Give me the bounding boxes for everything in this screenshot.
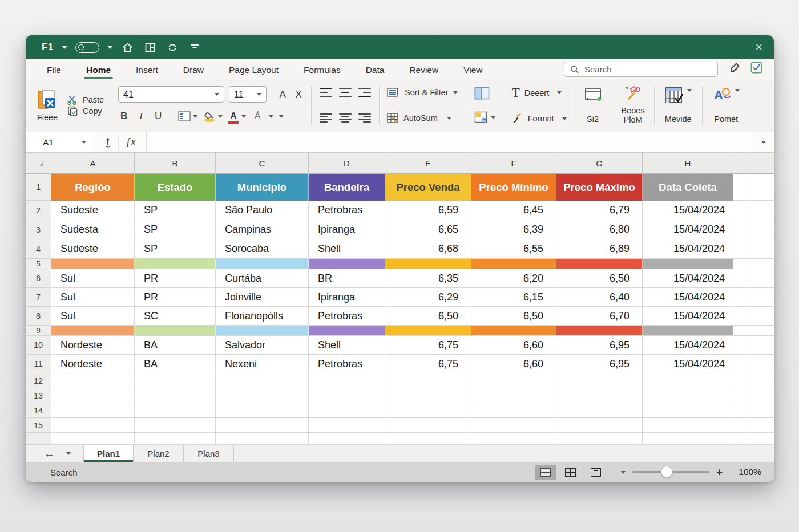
column-header-b[interactable]: B — [135, 153, 216, 174]
separator-cell[interactable] — [216, 259, 309, 269]
empty-cell[interactable] — [733, 373, 748, 388]
data-cell[interactable]: São Paulo — [216, 201, 309, 220]
empty-cell[interactable] — [748, 201, 774, 220]
data-cell[interactable]: 6,15 — [471, 288, 556, 307]
row-number[interactable]: 4 — [26, 239, 51, 259]
data-cell[interactable]: 6,75 — [385, 336, 471, 355]
zoom-out-chevron-icon[interactable] — [621, 471, 626, 474]
underline-button[interactable]: U — [152, 111, 164, 122]
header-cell[interactable]: Preco Venda — [385, 174, 471, 201]
analyze-button[interactable]: A Pomet — [709, 84, 743, 126]
empty-cell[interactable] — [643, 388, 733, 403]
row-number[interactable] — [26, 433, 51, 445]
empty-cell[interactable] — [556, 388, 643, 403]
separator-cell[interactable] — [309, 259, 385, 269]
format-cells-button[interactable]: Formnt — [512, 113, 567, 124]
separator-cell[interactable] — [471, 259, 556, 269]
separator-cell[interactable] — [135, 326, 216, 336]
data-cell[interactable]: Shell — [309, 239, 385, 259]
italic-button[interactable]: I — [135, 111, 147, 122]
empty-cell[interactable] — [51, 433, 135, 445]
draw-pen-icon[interactable] — [729, 62, 740, 73]
grow-font-button[interactable]: A — [277, 89, 288, 100]
row-number[interactable]: 11 — [26, 355, 51, 373]
empty-cell[interactable] — [733, 433, 748, 445]
column-header-f[interactable]: F — [471, 153, 556, 174]
empty-cell[interactable] — [309, 373, 385, 388]
chevron-down-icon[interactable] — [279, 115, 284, 118]
sheet-tab-plan2[interactable]: Plan2 — [134, 445, 184, 462]
separator-cell[interactable] — [216, 326, 309, 336]
data-cell[interactable]: Sudeste — [51, 239, 135, 259]
share-icon[interactable] — [750, 62, 762, 74]
align-middle-button[interactable] — [339, 88, 352, 97]
data-cell[interactable]: 15/04/2024 — [643, 355, 733, 373]
empty-cell[interactable] — [748, 388, 774, 403]
empty-cell[interactable] — [748, 307, 774, 326]
column-header-g[interactable]: G — [556, 153, 643, 174]
row-number[interactable]: 7 — [26, 288, 51, 307]
sync-icon[interactable] — [166, 40, 179, 54]
data-cell[interactable]: SP — [135, 239, 216, 259]
data-cell[interactable]: 6,59 — [385, 201, 471, 220]
empty-cell[interactable] — [643, 433, 733, 445]
empty-cell[interactable] — [733, 418, 748, 433]
empty-cell[interactable] — [733, 239, 748, 259]
data-cell[interactable]: Nexeni — [216, 355, 309, 373]
row-number[interactable]: 10 — [26, 336, 51, 355]
data-cell[interactable]: 6,50 — [385, 307, 471, 326]
insert-cells-button[interactable]: T Deeert — [512, 86, 567, 99]
empty-cell[interactable] — [733, 388, 748, 403]
empty-cell[interactable] — [556, 418, 643, 433]
separator-cell[interactable] — [51, 259, 135, 269]
menu-tab-formulas[interactable]: Formulas — [302, 61, 342, 78]
empty-cell[interactable] — [135, 433, 216, 445]
data-cell[interactable]: Sul — [51, 307, 135, 326]
paste-button[interactable]: Paste — [67, 94, 104, 105]
conditional-format-button[interactable] — [474, 111, 495, 124]
data-cell[interactable]: 6,60 — [471, 336, 556, 355]
si2-button[interactable]: Si2 — [581, 84, 605, 126]
empty-cell[interactable] — [748, 373, 774, 388]
header-cell[interactable]: Precó Mínimo — [471, 174, 556, 201]
empty-cell[interactable] — [748, 259, 774, 269]
data-cell[interactable]: 15/04/2024 — [643, 269, 733, 288]
empty-cell[interactable] — [748, 220, 774, 239]
data-cell[interactable]: SP — [135, 220, 216, 239]
data-cell[interactable]: 6,75 — [385, 355, 471, 373]
separator-cell[interactable] — [385, 259, 471, 269]
separator-cell[interactable] — [471, 326, 556, 336]
data-cell[interactable]: Nordeste — [51, 336, 135, 355]
chevron-down-icon[interactable] — [62, 46, 67, 49]
empty-cell[interactable] — [385, 388, 471, 403]
data-cell[interactable]: 6,80 — [556, 220, 643, 239]
empty-cell[interactable] — [733, 174, 748, 201]
menu-tab-page-layout[interactable]: Page Layout — [228, 61, 280, 78]
row-number[interactable]: 6 — [26, 269, 51, 288]
data-cell[interactable]: Salvador — [216, 336, 309, 355]
empty-cell[interactable] — [733, 201, 748, 220]
data-cell[interactable]: 6,79 — [556, 201, 643, 220]
data-cell[interactable]: Ipiranga — [309, 288, 385, 307]
header-cell[interactable]: Municipio — [216, 174, 309, 201]
data-cell[interactable]: 6,50 — [471, 307, 556, 326]
empty-cell[interactable] — [556, 433, 643, 445]
data-cell[interactable]: 6,39 — [471, 220, 556, 239]
save-icon[interactable] — [143, 40, 157, 54]
data-cell[interactable]: 6,45 — [471, 201, 556, 220]
empty-cell[interactable] — [748, 174, 774, 201]
empty-cell[interactable] — [216, 373, 309, 388]
data-cell[interactable]: 6,40 — [556, 288, 643, 307]
data-cell[interactable]: Joinville — [216, 288, 309, 307]
data-cell[interactable]: Sudesta — [51, 220, 135, 239]
normal-view-button[interactable] — [535, 465, 556, 480]
empty-cell[interactable] — [135, 418, 216, 433]
formula-input[interactable] — [147, 132, 753, 152]
row-number[interactable]: 13 — [26, 388, 51, 403]
empty-cell[interactable] — [216, 418, 309, 433]
empty-cell[interactable] — [471, 418, 556, 433]
freeze-panes-button[interactable] — [474, 87, 495, 100]
data-cell[interactable]: Curtába — [216, 269, 309, 288]
row-number[interactable]: 8 — [26, 307, 51, 326]
data-cell[interactable]: 6,70 — [556, 307, 643, 326]
